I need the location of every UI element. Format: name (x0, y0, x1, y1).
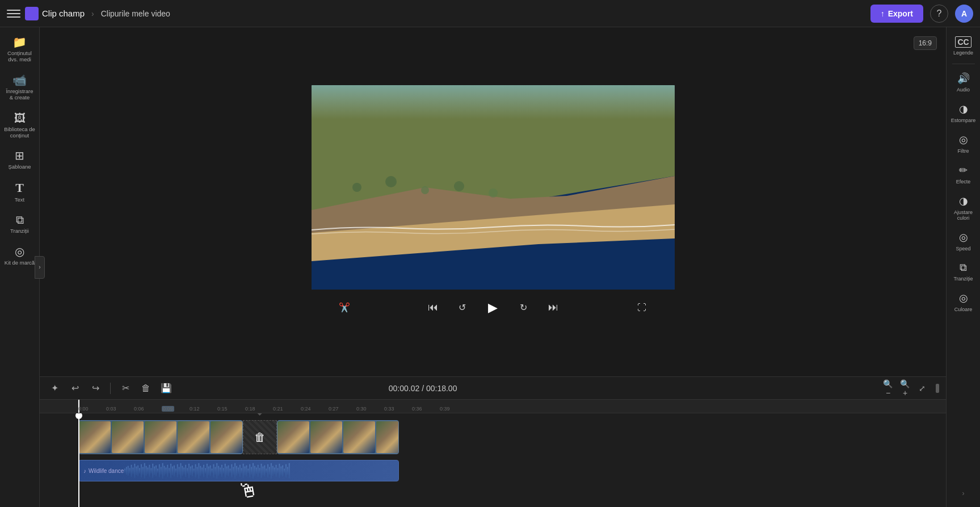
clip-frames-1 (79, 421, 242, 454)
svg-rect-68 (213, 464, 214, 477)
right-item-transitions[interactable]: ⧉ Tranziție (948, 257, 979, 286)
rewind-button[interactable]: ↺ (452, 298, 473, 318)
clip-gap[interactable]: Ștergeți acest spațiu liber 🗑 (243, 420, 277, 454)
trash-icon: 🗑 (254, 431, 266, 444)
sidebar-item-media[interactable]: 📁 Conținutul dvs. medi (2, 32, 38, 68)
svg-rect-88 (246, 466, 247, 476)
right-sidebar: CC Legende 🔊 Audio ◑ Estompare ◎ Filtre … (946, 27, 980, 507)
avatar[interactable]: A (955, 5, 973, 23)
timeline-collapse-handle[interactable] (936, 384, 939, 393)
fades-icon: ◑ (959, 103, 968, 115)
help-button[interactable]: ? (930, 5, 948, 23)
svg-rect-51 (185, 465, 186, 477)
audio-track-name: Wildlife dance (89, 468, 124, 474)
svg-rect-38 (164, 466, 165, 476)
svg-rect-36 (161, 467, 162, 475)
svg-rect-56 (194, 468, 195, 473)
svg-rect-26 (144, 463, 145, 479)
right-item-filters[interactable]: ◎ Filtre (948, 129, 979, 158)
svg-rect-25 (142, 467, 144, 475)
sidebar-item-library[interactable]: 🖼 Biblioteca de conținut (2, 108, 38, 144)
svg-rect-101 (267, 464, 268, 477)
right-item-color-adjust[interactable]: ◑ Ajustare culori (948, 190, 979, 225)
media-icon: 📁 (12, 36, 27, 48)
sidebar-item-text[interactable]: T Text (2, 177, 38, 207)
sidebar-item-transitions[interactable]: ⧉ Tranziții (2, 209, 38, 238)
svg-rect-70 (216, 463, 217, 479)
svg-rect-29 (149, 465, 150, 477)
svg-rect-24 (141, 464, 142, 477)
frame-thumb (211, 421, 242, 453)
undo-button[interactable]: ↩ (67, 380, 83, 396)
sidebar-expand-button[interactable]: › (35, 256, 45, 279)
svg-rect-104 (272, 466, 274, 476)
svg-point-10 (421, 186, 429, 194)
sidebar-item-templates[interactable]: ⊞ Șabloane (2, 145, 38, 174)
cut-button[interactable]: ✂ (117, 380, 133, 396)
record-icon: 📹 (12, 74, 27, 86)
fullscreen-button[interactable]: ⛶ (632, 298, 652, 318)
ruler-mark-6: 0:06 (134, 406, 144, 412)
captions-icon: CC (955, 36, 971, 48)
sidebar-item-record[interactable]: 📹 Înregistrare & create (2, 70, 38, 106)
timeline-area: ✦ ↩ ↪ ✂ 🗑 💾 00:00.02 / 00:18.00 🔍− 🔍+ ⤢ (40, 376, 946, 507)
play-button[interactable]: ▶ (482, 296, 504, 319)
app-logo: Clip champ (25, 7, 85, 20)
video-clip-2[interactable] (277, 420, 399, 454)
skip-forward-button[interactable]: ⏭ (543, 298, 563, 318)
right-item-speed[interactable]: ◎ Speed (948, 227, 979, 256)
menu-button[interactable] (7, 7, 20, 20)
svg-rect-114 (289, 463, 290, 479)
svg-point-8 (352, 183, 361, 192)
svg-rect-108 (279, 464, 280, 478)
video-clip-1[interactable] (78, 420, 243, 454)
breadcrumb-link[interactable]: Clipurile mele video (101, 9, 170, 18)
svg-rect-91 (251, 467, 252, 475)
svg-rect-74 (223, 468, 224, 474)
magic-tool-button[interactable]: ✦ (47, 380, 62, 396)
right-item-captions[interactable]: CC Legende (948, 32, 979, 60)
app-title: Clip champ (42, 9, 85, 18)
zoom-out-button[interactable]: 🔍− (881, 382, 895, 395)
frame-thumb (145, 421, 176, 453)
audio-clip[interactable]: ♪ Wildlife dance (78, 460, 399, 481)
right-item-cut[interactable]: ◎ Culoare (948, 287, 979, 317)
svg-rect-37 (162, 463, 163, 479)
svg-rect-41 (169, 468, 170, 474)
playhead-head (75, 413, 82, 419)
fast-forward-button[interactable]: ↻ (514, 298, 534, 318)
svg-rect-80 (233, 467, 234, 475)
sidebar-label-text: Text (15, 196, 24, 203)
center-area: 16:9 (40, 27, 946, 507)
audio-waveform (124, 460, 398, 481)
ruler-mark-0: 0:00 (78, 406, 89, 412)
magic-scissors-button[interactable]: ✂️ (334, 298, 355, 318)
svg-rect-21 (136, 467, 137, 475)
skip-back-button[interactable]: ⏮ (423, 298, 443, 318)
redo-button[interactable]: ↪ (87, 380, 103, 396)
svg-rect-40 (167, 465, 168, 477)
frame-thumb (112, 421, 144, 453)
svg-rect-16 (128, 466, 129, 476)
svg-rect-72 (220, 468, 221, 475)
delete-button[interactable]: 🗑 (138, 380, 154, 396)
right-sidebar-collapse[interactable]: › (962, 483, 965, 502)
svg-rect-18 (131, 465, 132, 477)
svg-rect-19 (132, 468, 133, 475)
right-item-effects[interactable]: ✏ Efecte (948, 160, 979, 189)
cut-right-icon: ◎ (959, 292, 968, 304)
sidebar-item-brandkit[interactable]: ◎ Kit de marcă (2, 241, 38, 270)
toolbar-separator-1 (110, 383, 111, 394)
save-frame-button[interactable]: 💾 (158, 380, 174, 396)
right-label-transitions: Tranziție (953, 276, 973, 282)
right-label-effects: Efecte (956, 179, 971, 185)
right-item-fades[interactable]: ◑ Estompare (948, 98, 979, 128)
svg-rect-106 (276, 465, 277, 477)
fit-zoom-button[interactable]: ⤢ (915, 382, 929, 395)
export-button[interactable]: Export (870, 5, 923, 23)
zoom-in-button[interactable]: 🔍+ (898, 382, 912, 395)
audio-clip-label: ♪ Wildlife dance (83, 468, 124, 474)
timeline-playhead-line (78, 413, 79, 507)
right-item-audio[interactable]: 🔊 Audio (948, 68, 979, 97)
right-label-captions: Legende (953, 50, 973, 56)
